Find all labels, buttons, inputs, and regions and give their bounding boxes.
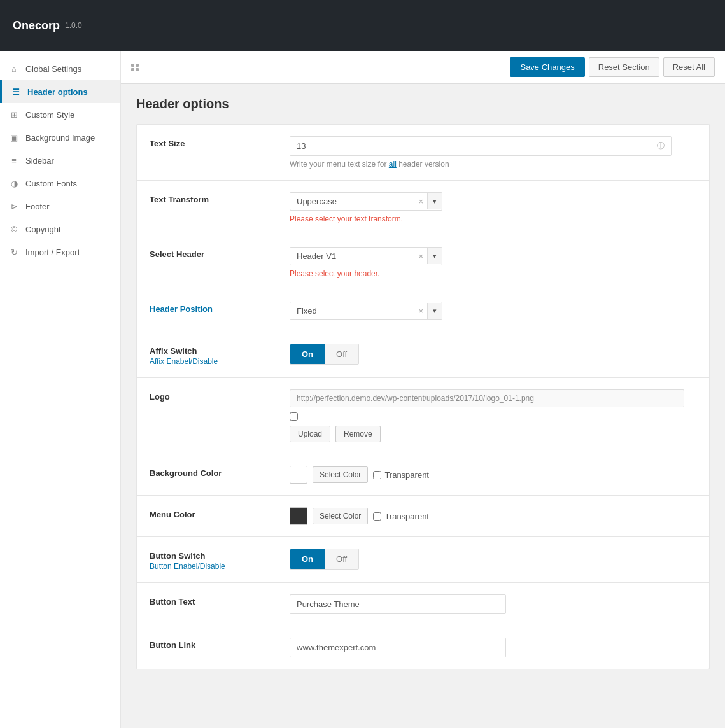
setting-control-menu-color: Select Color Transparent	[290, 507, 696, 525]
select-header-select[interactable]: Header V1 × ▾	[290, 247, 442, 265]
setting-control-text-transform: Uppercase × ▾ Please select your text tr…	[290, 192, 696, 223]
button-toggle-on[interactable]: On	[290, 549, 325, 569]
setting-label-button-text: Button Text	[150, 594, 277, 606]
sidebar-item-header-options[interactable]: ☰ Header options	[0, 80, 120, 103]
sidebar-item-custom-style[interactable]: ⊞ Custom Style	[0, 103, 120, 126]
setting-control-logo: Upload Remove	[290, 389, 696, 442]
menu-color-select-button[interactable]: Select Color	[313, 508, 368, 524]
setting-row-text-size: Text Size ⓘ Write your menu text size fo…	[136, 124, 710, 180]
affix-switch-sub: Affix Enabel/Disable	[150, 357, 277, 366]
affix-toggle-on[interactable]: On	[290, 344, 325, 364]
background-transparent-checkbox[interactable]	[373, 471, 381, 479]
setting-label-logo: Logo	[150, 389, 277, 402]
setting-label-header-position: Header Position	[150, 302, 277, 314]
logo-checkbox-row	[290, 412, 696, 421]
fonts-icon: ◑	[9, 178, 19, 188]
setting-row-text-transform: Text Transform Uppercase × ▾ Please sele…	[136, 180, 710, 235]
sidebar-item-global-settings[interactable]: ⌂ Global Settings	[0, 57, 120, 80]
logo-upload-button[interactable]: Upload	[290, 426, 330, 442]
setting-control-background-color: Select Color Transparent	[290, 466, 696, 484]
text-transform-value: Uppercase	[290, 193, 414, 210]
app-version: 1.0.0	[65, 21, 82, 30]
sidebar-item-footer[interactable]: ⊳ Footer	[0, 195, 120, 218]
hint-link-all: all	[389, 160, 397, 169]
sidebar-label-background-image: Background Image	[25, 133, 95, 143]
info-icon: ⓘ	[657, 141, 665, 151]
reset-section-button[interactable]: Reset Section	[589, 57, 659, 77]
content-area: Header options Text Size ⓘ Write your m	[121, 84, 725, 682]
logo-checkbox[interactable]	[290, 412, 298, 421]
header-position-value: Fixed	[290, 302, 414, 319]
setting-label-text-transform: Text Transform	[150, 192, 277, 204]
image-icon: ▣	[9, 132, 19, 143]
menu-color-swatch[interactable]	[290, 507, 307, 525]
setting-control-button-text	[290, 594, 696, 614]
sidebar-label-copyright: Copyright	[25, 225, 61, 234]
affix-toggle-off[interactable]: Off	[325, 344, 358, 364]
menu-icon: ☰	[11, 87, 21, 97]
background-transparent-label: Transparent	[373, 470, 429, 480]
setting-row-logo: Logo Upload Remove	[136, 377, 710, 454]
toolbar-left	[131, 64, 139, 71]
background-color-row: Select Color Transparent	[290, 466, 696, 484]
save-changes-button[interactable]: Save Changes	[510, 57, 584, 77]
header-position-arrow-icon[interactable]: ▾	[427, 303, 442, 319]
home-icon: ⌂	[9, 64, 19, 74]
toolbar-right: Save Changes Reset Section Reset All	[510, 57, 715, 77]
setting-row-button-link: Button Link	[136, 626, 710, 669]
background-color-select-button[interactable]: Select Color	[313, 466, 368, 483]
logo-btn-row: Upload Remove	[290, 426, 696, 442]
refresh-icon: ↻	[9, 247, 19, 257]
sidebar-label-global-settings: Global Settings	[25, 64, 81, 74]
text-size-input-wrap: ⓘ	[290, 136, 672, 156]
setting-row-background-color: Background Color Select Color Transparen…	[136, 454, 710, 495]
transparent-text: Transparent	[384, 470, 429, 480]
setting-label-menu-color: Menu Color	[150, 507, 277, 519]
setting-control-affix-switch: On Off	[290, 344, 696, 365]
button-link-input[interactable]	[290, 638, 506, 657]
setting-row-header-position: Header Position Fixed × ▾	[136, 290, 710, 332]
setting-control-text-size: ⓘ Write your menu text size for all head…	[290, 136, 696, 169]
main-area: Save Changes Reset Section Reset All Hea…	[121, 51, 725, 728]
list-icon: ≡	[9, 155, 19, 165]
text-size-input[interactable]	[297, 141, 657, 151]
select-header-arrow-icon[interactable]: ▾	[427, 248, 442, 264]
sidebar-item-background-image[interactable]: ▣ Background Image	[0, 126, 120, 149]
setting-control-button-link	[290, 638, 696, 657]
sidebar-label-sidebar: Sidebar	[25, 156, 54, 165]
button-toggle-off[interactable]: Off	[325, 549, 358, 569]
setting-row-button-text: Button Text	[136, 582, 710, 626]
header-position-clear-icon[interactable]: ×	[414, 306, 427, 316]
page-title: Header options	[136, 97, 710, 111]
topbar: Onecorp 1.0.0	[0, 0, 725, 51]
select-header-hint: Please select your header.	[290, 269, 696, 278]
menu-transparent-label: Transparent	[373, 512, 429, 521]
sidebar-item-sidebar[interactable]: ≡ Sidebar	[0, 149, 120, 172]
menu-color-row: Select Color Transparent	[290, 507, 696, 525]
menu-transparent-checkbox[interactable]	[373, 512, 381, 521]
text-transform-arrow-icon[interactable]: ▾	[427, 193, 442, 209]
sidebar-item-copyright[interactable]: © Copyright	[0, 218, 120, 241]
reset-all-button[interactable]: Reset All	[663, 57, 715, 77]
button-text-input[interactable]	[290, 594, 506, 614]
setting-row-button-switch: Button Switch Button Enabel/Disable On O…	[136, 536, 710, 582]
sidebar-item-custom-fonts[interactable]: ◑ Custom Fonts	[0, 172, 120, 195]
sidebar-item-import-export[interactable]: ↻ Import / Export	[0, 241, 120, 263]
sidebar: ⌂ Global Settings ☰ Header options ⊞ Cus…	[0, 51, 121, 728]
setting-label-text-size: Text Size	[150, 136, 277, 148]
sidebar-label-footer: Footer	[25, 202, 50, 211]
logo-url-input[interactable]	[290, 389, 684, 407]
setting-row-affix-switch: Affix Switch Affix Enabel/Disable On Off	[136, 332, 710, 377]
text-transform-select[interactable]: Uppercase × ▾	[290, 192, 442, 211]
header-position-select[interactable]: Fixed × ▾	[290, 302, 442, 320]
select-header-value: Header V1	[290, 248, 414, 265]
settings-container: Text Size ⓘ Write your menu text size fo…	[136, 124, 710, 669]
setting-control-select-header: Header V1 × ▾ Please select your header.	[290, 247, 696, 278]
menu-transparent-text: Transparent	[384, 512, 429, 521]
text-transform-clear-icon[interactable]: ×	[414, 197, 427, 206]
sidebar-label-custom-style: Custom Style	[25, 110, 74, 120]
select-header-clear-icon[interactable]: ×	[414, 251, 427, 261]
setting-control-button-switch: On Off	[290, 549, 696, 570]
logo-remove-button[interactable]: Remove	[335, 426, 381, 442]
background-color-swatch[interactable]	[290, 466, 307, 484]
